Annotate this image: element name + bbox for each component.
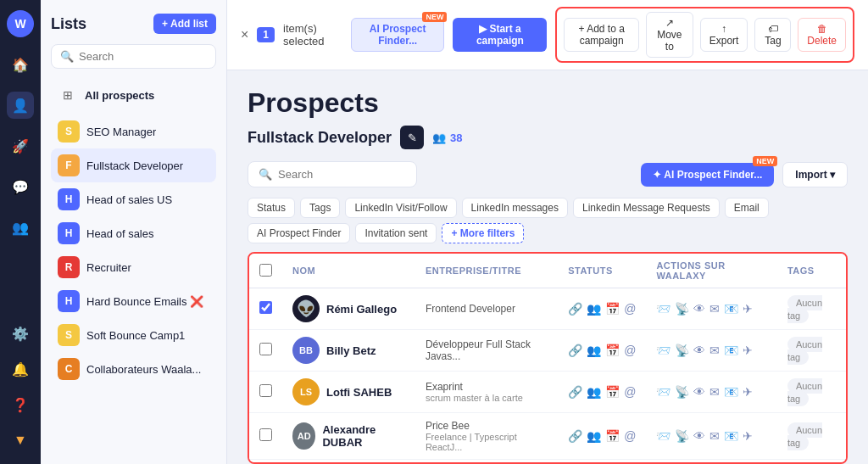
sidebar-icon-prospects[interactable]: 👤: [7, 92, 34, 119]
waalaxy-mail2-icon[interactable]: 📧: [724, 385, 738, 399]
edit-list-icon[interactable]: ✎: [400, 126, 424, 149]
calendar-icon[interactable]: 📅: [605, 429, 620, 443]
topbar-action-button[interactable]: 🗑 Delete: [798, 18, 846, 52]
sidebar-list-item[interactable]: H Head of sales US: [51, 182, 216, 216]
import-button[interactable]: Import ▾: [782, 162, 848, 187]
tag-badge[interactable]: Aucun tag: [787, 295, 822, 323]
sidebar-icon-settings[interactable]: ⚙️: [7, 320, 34, 347]
tag-cell: Aucun tag: [777, 413, 846, 460]
waalaxy-rss-icon[interactable]: 📡: [675, 429, 689, 443]
sidebar-icon-messages[interactable]: 💬: [7, 173, 34, 200]
tag-badge[interactable]: Aucun tag: [787, 422, 822, 450]
waalaxy-reply-icon[interactable]: 📨: [656, 302, 670, 316]
waalaxy-reply-icon[interactable]: 📨: [656, 429, 670, 443]
team-icon[interactable]: 👥: [587, 385, 601, 399]
row-checkbox[interactable]: [259, 428, 272, 441]
waalaxy-mail2-icon[interactable]: 📧: [724, 429, 738, 443]
sidebar-icon-home[interactable]: 🏠: [7, 51, 34, 78]
waalaxy-rss-icon[interactable]: 📡: [675, 302, 689, 316]
prospect-search-input[interactable]: [278, 168, 420, 181]
tag-badge[interactable]: Aucun tag: [787, 337, 822, 365]
row-checkbox[interactable]: [259, 343, 272, 355]
lists-search-input[interactable]: [79, 50, 207, 63]
filter-tab[interactable]: Linkedin Message Requests: [573, 198, 720, 218]
waalaxy-rss-icon[interactable]: 📡: [675, 344, 689, 357]
lists-search-box[interactable]: 🔍: [51, 44, 216, 69]
topbar-action-button[interactable]: 🏷 Tag: [754, 18, 791, 52]
ai-prospect-btn[interactable]: AI Prospect Finder... NEW: [351, 18, 444, 52]
waalaxy-eye-icon[interactable]: 👁: [693, 344, 705, 357]
team-icon[interactable]: 👥: [587, 344, 601, 357]
lists-container: S SEO Manager F Fullstack Developer H He…: [51, 115, 216, 386]
waalaxy-eye-icon[interactable]: 👁: [693, 429, 705, 443]
start-campaign-button[interactable]: ▶ Start a campaign: [453, 18, 547, 52]
waalaxy-send-icon[interactable]: ✈: [743, 302, 753, 316]
team-icon[interactable]: 👥: [587, 302, 601, 316]
waalaxy-mail2-icon[interactable]: 📧: [724, 302, 738, 316]
row-checkbox[interactable]: [259, 301, 272, 314]
sidebar-icon-help[interactable]: ❓: [7, 391, 34, 418]
filter-tab[interactable]: Tags: [300, 198, 340, 218]
link-icon[interactable]: 🔗: [568, 385, 582, 399]
row-checkbox[interactable]: [259, 384, 272, 397]
prospect-search-bar[interactable]: 🔍: [248, 161, 417, 187]
th-checkbox: [249, 254, 282, 288]
topbar-action-button[interactable]: ↗ Move to: [646, 12, 693, 58]
sidebar-list-item[interactable]: S SEO Manager: [51, 115, 216, 148]
waalaxy-cell: 📨 📡 👁 ✉ 📧 ✈: [646, 372, 776, 413]
waalaxy-reply-icon[interactable]: 📨: [656, 344, 670, 357]
filter-tab[interactable]: AI Prospect Finder: [248, 223, 350, 243]
select-all-checkbox[interactable]: [259, 264, 272, 277]
waalaxy-send-icon[interactable]: ✈: [743, 344, 753, 357]
filter-tab[interactable]: Email: [725, 198, 769, 218]
sidebar-list-item[interactable]: C Collaborateurs Waala...: [51, 352, 216, 386]
all-prospects-item[interactable]: ⊞ All prospects: [51, 79, 216, 111]
calendar-icon[interactable]: 📅: [605, 302, 620, 316]
filter-tab[interactable]: LinkedIn messages: [462, 198, 568, 218]
sidebar-icon-network[interactable]: 👥: [7, 214, 34, 241]
topbar-action-button[interactable]: + Add to a campaign: [564, 18, 638, 52]
email-icon[interactable]: @: [624, 344, 636, 357]
more-filters-button[interactable]: + More filters: [442, 223, 524, 243]
waalaxy-eye-icon[interactable]: 👁: [693, 385, 705, 399]
sidebar-icon-collapse[interactable]: ▼: [7, 427, 34, 454]
team-icon[interactable]: 👥: [587, 429, 601, 443]
sidebar-list-item[interactable]: H Head of sales: [51, 216, 216, 250]
waalaxy-send-icon[interactable]: ✈: [743, 429, 753, 443]
filter-tab[interactable]: LinkedIn Visit/Follow: [345, 198, 456, 218]
calendar-icon[interactable]: 📅: [605, 344, 620, 357]
waalaxy-mail-icon[interactable]: ✉: [709, 385, 720, 399]
waalaxy-rss-icon[interactable]: 📡: [675, 385, 689, 399]
email-icon[interactable]: @: [624, 429, 636, 443]
topbar-action-button[interactable]: ↑ Export: [700, 18, 748, 52]
email-icon[interactable]: @: [624, 302, 636, 316]
tag-badge[interactable]: Aucun tag: [787, 378, 822, 406]
filter-tab[interactable]: Status: [248, 198, 295, 218]
sidebar-list-item[interactable]: R Recruiter: [51, 250, 216, 284]
sidebar-icon-notifications[interactable]: 🔔: [7, 355, 34, 383]
waalaxy-send-icon[interactable]: ✈: [743, 385, 753, 399]
calendar-icon[interactable]: 📅: [605, 385, 620, 399]
sidebar-list-item[interactable]: F Fullstack Developer: [51, 148, 216, 182]
table-header-row: NOM ENTREPRISE/TITRE STATUTS ACTIONS SUR…: [249, 254, 846, 288]
waalaxy-mail2-icon[interactable]: 📧: [724, 344, 738, 357]
ai-finder-button[interactable]: ✦ AI Prospect Finder... NEW: [641, 163, 774, 187]
sidebar-icon-campaigns[interactable]: 🚀: [7, 132, 34, 159]
add-list-button[interactable]: + Add list: [153, 14, 216, 34]
waalaxy-reply-icon[interactable]: 📨: [656, 385, 670, 399]
waalaxy-eye-icon[interactable]: 👁: [693, 302, 705, 316]
email-icon[interactable]: @: [624, 385, 636, 399]
waalaxy-mail-icon[interactable]: ✉: [709, 302, 720, 316]
waalaxy-mail-icon[interactable]: ✉: [709, 429, 720, 443]
app-logo[interactable]: W: [7, 10, 34, 37]
link-icon[interactable]: 🔗: [568, 344, 582, 357]
sidebar-list-item[interactable]: H Hard Bounce Emails ❌: [51, 284, 216, 318]
name-cell: CC Colin Courbe: [282, 460, 415, 465]
close-button[interactable]: ×: [241, 27, 248, 42]
filter-tab[interactable]: Invitation sent: [355, 223, 437, 243]
link-icon[interactable]: 🔗: [568, 429, 582, 443]
list-item-label: Hard Bounce Emails ❌: [86, 295, 203, 308]
sidebar-list-item[interactable]: S Soft Bounce Camp1: [51, 318, 216, 352]
waalaxy-mail-icon[interactable]: ✉: [709, 344, 720, 357]
link-icon[interactable]: 🔗: [568, 302, 582, 316]
